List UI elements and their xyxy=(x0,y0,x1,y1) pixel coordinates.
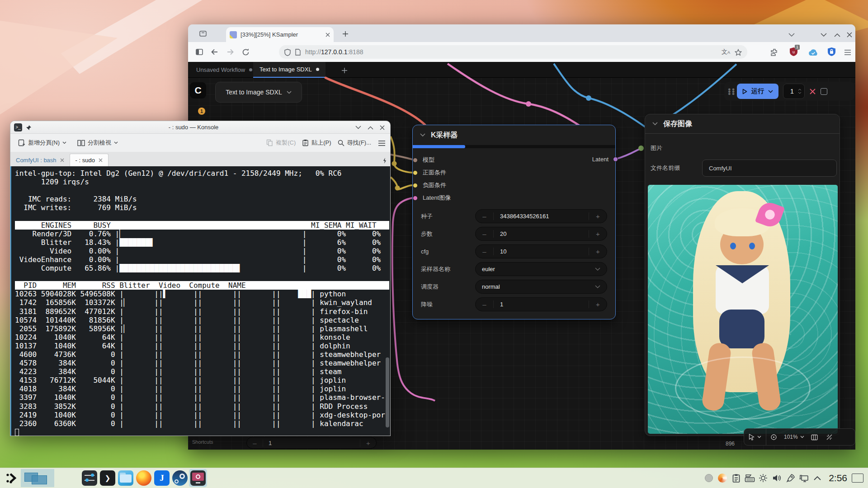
preview-image[interactable] xyxy=(648,185,838,434)
clipboard-icon[interactable] xyxy=(729,470,743,486)
run-button[interactable]: 运行 xyxy=(737,84,778,99)
tray-app-icon[interactable] xyxy=(716,470,729,486)
desktop-thumbnail[interactable] xyxy=(32,475,47,484)
brightness-icon[interactable] xyxy=(756,470,770,486)
decrement-button[interactable]: – xyxy=(476,212,494,220)
page-info-icon[interactable] xyxy=(295,48,301,56)
forward-icon[interactable] xyxy=(222,47,238,56)
increment-button[interactable]: + xyxy=(589,300,607,308)
widget-number[interactable]: –343864334526161+ xyxy=(475,209,607,223)
reload-icon[interactable] xyxy=(238,47,253,56)
increment-button[interactable]: + xyxy=(360,439,376,447)
widget-combo[interactable]: euler xyxy=(475,262,607,276)
shortcuts-label[interactable]: Shortcuts xyxy=(192,439,213,445)
fit-view-icon[interactable] xyxy=(766,433,781,441)
task-joplin[interactable]: J xyxy=(153,469,171,487)
widget-value[interactable]: 10 xyxy=(494,248,589,255)
decrement-button[interactable]: – xyxy=(476,230,494,238)
privacy-shield-icon[interactable] xyxy=(827,47,836,56)
task-dolphin[interactable] xyxy=(117,469,135,487)
stop-button[interactable] xyxy=(821,88,827,95)
translate-icon[interactable]: 文A xyxy=(722,48,730,56)
input-dot[interactable] xyxy=(413,158,418,163)
input-slot[interactable]: Latent图像 xyxy=(423,192,605,204)
maximize-button[interactable] xyxy=(368,124,373,131)
stepper-arrows[interactable] xyxy=(798,89,802,94)
find-button[interactable]: 尋找(F)... xyxy=(335,136,374,150)
url-text[interactable]: http://127.0.0.1:8188 xyxy=(305,48,717,56)
pointer-tool-button[interactable] xyxy=(744,429,766,445)
minimize-button[interactable] xyxy=(355,124,361,131)
widget-value[interactable]: 20 xyxy=(494,230,589,237)
pin-icon[interactable] xyxy=(26,124,32,131)
tab-close-icon[interactable] xyxy=(326,31,330,39)
clock[interactable]: 2:56 xyxy=(824,473,852,483)
task-konsole[interactable]: ❯ xyxy=(99,469,117,487)
new-tab-button[interactable] xyxy=(342,29,349,38)
tab-list-chevron-icon[interactable] xyxy=(788,31,795,39)
browser-menu-icon[interactable] xyxy=(844,48,852,56)
extensions-puzzle-icon[interactable] xyxy=(770,48,778,56)
widget-combo[interactable]: normal xyxy=(475,280,607,294)
widget-number[interactable]: –1+ xyxy=(475,297,607,311)
widget-value[interactable]: normal xyxy=(476,283,595,290)
network-icon[interactable] xyxy=(797,470,811,486)
zoom-control[interactable]: 101% xyxy=(781,434,807,440)
widget-number[interactable]: –20+ xyxy=(475,227,607,241)
batch-count-input[interactable]: 1 xyxy=(783,84,805,99)
split-view-button[interactable]: 分割檢視 xyxy=(74,136,121,150)
close-button[interactable] xyxy=(380,124,385,131)
tab-close-icon[interactable] xyxy=(99,158,103,162)
filename-prefix-input[interactable]: ComfyUI xyxy=(702,160,837,177)
tab-overview-icon[interactable] xyxy=(199,29,207,38)
adblock-shield-icon[interactable]: u 1 xyxy=(789,47,798,56)
maximize-button[interactable] xyxy=(834,31,840,39)
widget-number[interactable]: –10+ xyxy=(475,244,607,258)
minimize-button[interactable] xyxy=(821,31,827,39)
widget-value[interactable]: euler xyxy=(476,266,595,272)
comfyui-logo[interactable]: C xyxy=(190,82,206,99)
input-dot[interactable] xyxy=(413,196,418,201)
tab-close-icon[interactable] xyxy=(60,158,64,162)
konsole-titlebar[interactable]: >_ - : sudo — Konsole xyxy=(10,121,390,134)
decrement-button[interactable]: – xyxy=(476,248,494,255)
minimap-icon[interactable] xyxy=(807,433,822,441)
decrement-button[interactable]: – xyxy=(476,300,494,308)
output-slot[interactable]: Latent xyxy=(592,156,609,163)
url-bar[interactable]: http://127.0.0.1:8188 文A xyxy=(279,45,747,59)
collapse-chevron-icon[interactable] xyxy=(420,133,425,137)
task-steam[interactable] xyxy=(171,469,189,487)
back-icon[interactable] xyxy=(207,47,222,56)
paste-button[interactable]: 貼上(P) xyxy=(299,136,334,150)
tab-sudo[interactable]: - : sudo xyxy=(70,154,108,166)
ksampler-node[interactable]: K采样器 模型正面条件负面条件Latent图像 Latent 种子–343864… xyxy=(412,125,616,319)
terminal-scrollbar[interactable] xyxy=(386,357,389,427)
save-image-node[interactable]: 保存图像 图片 文件名前缀 ComfyUI xyxy=(645,114,840,436)
task-settings[interactable] xyxy=(80,469,99,487)
terminal-output[interactable]: intel-gpu-top: Intel Dg2 (Gen12) @ /dev/… xyxy=(10,166,390,436)
app-launcher-button[interactable] xyxy=(3,469,21,487)
browser-tab[interactable]: [33%][25%] KSampler xyxy=(226,27,334,42)
tab-comfyui-bash[interactable]: ComfyUI : bash xyxy=(10,154,70,166)
task-spectacle-active[interactable] xyxy=(189,469,207,487)
output-dot[interactable] xyxy=(613,157,618,162)
virtual-desktop-pager[interactable] xyxy=(21,469,54,487)
input-slot[interactable]: 模型 xyxy=(423,154,605,166)
side-panel-icon[interactable] xyxy=(192,48,207,56)
cancel-run-icon[interactable] xyxy=(809,87,816,95)
tray-steam-icon[interactable] xyxy=(702,470,716,486)
increment-button[interactable]: + xyxy=(589,248,607,255)
input-dot[interactable] xyxy=(413,170,418,175)
hamburger-menu-icon[interactable] xyxy=(378,139,386,146)
increment-button[interactable]: + xyxy=(589,230,607,238)
show-desktop-button[interactable] xyxy=(852,474,863,483)
cloud-sync-icon[interactable] xyxy=(808,48,818,56)
keyboard-icon[interactable] xyxy=(743,470,756,486)
new-tab-button[interactable]: 新增分頁(N) xyxy=(15,136,70,150)
task-firefox[interactable] xyxy=(135,469,153,487)
drag-handle-icon[interactable]: ●●●●●● xyxy=(728,88,732,95)
input-dot[interactable] xyxy=(413,183,418,188)
close-button[interactable] xyxy=(847,30,852,38)
bookmark-star-icon[interactable] xyxy=(735,48,742,56)
widget-value[interactable]: 1 xyxy=(494,301,589,308)
